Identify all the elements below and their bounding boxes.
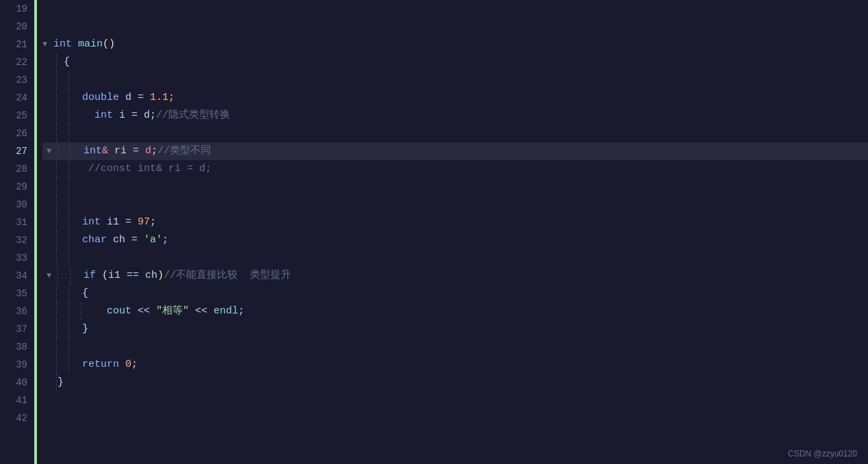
op-lt: << (131, 302, 156, 320)
space (96, 267, 102, 285)
code-line-35: { (42, 285, 868, 302)
indent-39 (70, 356, 82, 374)
punct-semi-31: ; (150, 214, 156, 231)
line-20: 20 (0, 18, 27, 36)
code-line-37: } (42, 320, 868, 338)
fold-arrow-34[interactable]: ▼ (47, 267, 56, 285)
comment-34: //不能直接比较 类型提升 (164, 267, 291, 285)
fold-arrow-27[interactable]: ▼ (47, 142, 56, 160)
kw-char: char (82, 231, 107, 249)
str-xiang-deng: "相等" (156, 302, 189, 320)
kw-int-27: int (84, 142, 102, 160)
code-line-20 (42, 18, 868, 36)
var-i1: i1 (107, 214, 119, 231)
code-line-41 (42, 391, 868, 409)
punct-semi-27: ; (151, 142, 157, 160)
space (107, 231, 113, 249)
line-22: 22 (0, 53, 27, 71)
op-eq-eq: == (120, 267, 145, 285)
line-numbers: 19 20 21 22 23 24 25 26 27 28 29 30 31 3… (0, 0, 34, 464)
paren-open: ( (103, 36, 109, 53)
code-line-36: cout << "相等" << endl ; (42, 302, 868, 320)
line-19: 19 (0, 0, 27, 18)
editor-container: 19 20 21 22 23 24 25 26 27 28 29 30 31 3… (0, 0, 868, 464)
fold-arrow-21[interactable]: ▼ (42, 36, 52, 53)
indent-25 (70, 107, 94, 125)
code-line-34: ▼ if ( i1 == ch ) //不能直接比较 类型提升 (42, 267, 868, 285)
line-37: 37 (0, 320, 27, 338)
indent-34 (71, 267, 84, 285)
close-brace-37: } (82, 320, 88, 338)
indent-27 (71, 142, 84, 160)
line-36: 36 (0, 302, 27, 320)
code-line-38 (42, 338, 868, 356)
indent-28 (70, 160, 88, 178)
code-line-31: int i1 = 97 ; (42, 214, 868, 231)
line-31: 31 (0, 214, 27, 231)
code-line-30 (42, 196, 868, 214)
line-39: 39 (0, 356, 27, 374)
open-brace-22: { (58, 53, 70, 71)
op-eq: = (119, 214, 138, 231)
op-eq: = (125, 107, 144, 125)
code-line-19 (42, 0, 868, 18)
line-21: 21 (0, 36, 27, 53)
code-line-21: ▼ int main ( ) (42, 36, 868, 53)
kw-if: if (84, 267, 96, 285)
code-line-28: //const int& ri = d; (42, 160, 868, 178)
var-i1-34: i1 (108, 267, 120, 285)
indent-37 (70, 320, 82, 338)
space (119, 356, 125, 374)
line-34: 34 (0, 267, 27, 285)
close-brace-40: } (58, 374, 64, 391)
space (119, 89, 125, 107)
num-1-1: 1.1 (150, 89, 168, 107)
indent-24 (70, 89, 82, 107)
space (101, 214, 107, 231)
kw-int-main: int (53, 36, 72, 53)
comment-27: //类型不同 (157, 142, 211, 160)
line-40: 40 (0, 374, 27, 391)
op-eq: = (125, 231, 144, 249)
code-line-23 (42, 71, 868, 89)
num-97: 97 (138, 214, 150, 231)
var-ch: ch (113, 231, 125, 249)
kw-int-25: int (94, 107, 113, 125)
space (72, 36, 78, 53)
num-0: 0 (125, 356, 131, 374)
comment-28: //const int& ri = d; (88, 160, 212, 178)
line-24: 24 (0, 89, 27, 107)
indent-35 (70, 285, 82, 302)
line-25: 25 (0, 107, 27, 125)
var-ch-34: ch (145, 267, 157, 285)
comment-25: //隐式类型转换 (156, 107, 230, 125)
space (108, 142, 114, 160)
open-brace-35: { (82, 285, 88, 302)
op-lt2: << (189, 302, 214, 320)
line-30: 30 (0, 196, 27, 214)
punct-semi-32: ; (162, 231, 168, 249)
fn-main: main (78, 36, 103, 53)
var-d-25: d (144, 107, 150, 125)
code-line-32: char ch = 'a' ; (42, 231, 868, 249)
code-line-42 (42, 409, 868, 427)
punct-semi-36: ; (238, 302, 244, 320)
space (113, 107, 119, 125)
indent-32 (70, 231, 82, 249)
line-41: 41 (0, 391, 27, 409)
kw-return: return (82, 356, 119, 374)
ref-amp: & (102, 142, 108, 160)
fn-endl: endl (214, 302, 238, 320)
var-ri: ri (114, 142, 127, 160)
punct-semi-25: ; (150, 107, 156, 125)
line-26: 26 (0, 125, 27, 142)
line-33: 33 (0, 249, 27, 267)
op-eq: = (131, 89, 150, 107)
code-area[interactable]: ▼ int main ( ) { double (37, 0, 868, 464)
kw-double: double (82, 89, 119, 107)
str-a: 'a' (144, 231, 162, 249)
punct-semi: ; (168, 89, 175, 107)
code-line-24: double d = 1.1 ; (42, 89, 868, 107)
code-line-39: return 0 ; (42, 356, 868, 374)
op-eq: = (127, 142, 145, 160)
